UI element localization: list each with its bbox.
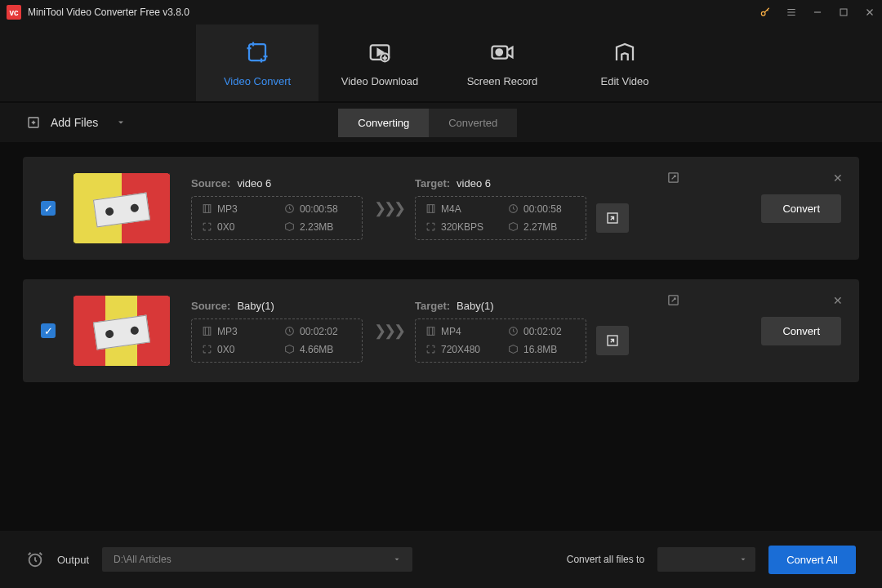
edit-icon[interactable]: [667, 172, 679, 184]
source-label: Source:: [191, 177, 230, 189]
clock-icon: [508, 326, 519, 336]
source-name: Baby(1): [237, 300, 274, 312]
add-files-button[interactable]: Add Files: [26, 115, 126, 130]
window-controls: [760, 7, 875, 18]
target-resolution: 320KBPS: [441, 221, 483, 233]
clock-icon: [508, 203, 519, 214]
resolution-icon: [202, 221, 212, 232]
source-details: MP3 00:00:58 0X0 2.23MB: [191, 196, 363, 240]
tab-video-convert[interactable]: Video Convert: [196, 24, 318, 101]
target-format: M4A: [441, 203, 461, 215]
sub-tabs: Converting Converted: [338, 109, 517, 137]
select-icon: [605, 211, 620, 225]
chevron-down-icon[interactable]: [116, 118, 126, 127]
svg-rect-2: [249, 44, 265, 60]
output-path-select[interactable]: D:\All Articles: [102, 547, 412, 572]
target-details: M4A 00:00:58 320KBPS 2.27MB: [415, 196, 586, 240]
toolbar: Add Files Converting Converted: [0, 103, 882, 142]
check-icon: ✓: [44, 325, 53, 337]
source-label: Source:: [191, 300, 230, 312]
svg-point-0: [761, 11, 765, 16]
tab-converting[interactable]: Converting: [338, 109, 429, 137]
footer: Output D:\All Articles Convert all files…: [0, 531, 882, 588]
tab-label: Video Convert: [224, 75, 291, 87]
convert-button[interactable]: Convert: [761, 317, 841, 345]
tab-screen-record[interactable]: Screen Record: [441, 24, 564, 101]
source-format: MP3: [217, 326, 238, 337]
arrow-icon: ❯❯❯: [374, 199, 403, 217]
source-header: Source: Baby(1): [191, 300, 363, 312]
file-checkbox[interactable]: ✓: [41, 323, 56, 338]
chevron-down-icon: [393, 555, 401, 564]
target-name: Baby(1): [457, 300, 494, 312]
main-tabs: Video Convert Video Download Screen Reco…: [0, 24, 882, 101]
edit-video-icon: [612, 39, 638, 65]
tab-edit-video[interactable]: Edit Video: [564, 24, 686, 101]
svg-rect-8: [203, 205, 211, 213]
size-icon: [284, 221, 295, 232]
target-size: 16.8MB: [523, 344, 557, 355]
resolution-icon: [425, 344, 436, 354]
source-size: 2.23MB: [300, 221, 333, 233]
target-name: video 6: [457, 177, 491, 189]
convert-button[interactable]: Convert: [761, 194, 841, 223]
tab-video-download[interactable]: Video Download: [318, 24, 441, 101]
menu-icon[interactable]: [786, 7, 797, 18]
format-icon: [425, 326, 436, 336]
add-files-label: Add Files: [51, 116, 98, 129]
file-thumbnail: [74, 173, 170, 243]
source-name: video 6: [237, 177, 271, 189]
format-icon: [202, 203, 212, 214]
remove-icon[interactable]: ✕: [833, 172, 843, 185]
tab-label: Edit Video: [600, 75, 648, 87]
size-icon: [284, 344, 295, 354]
target-header: Target: Baby(1): [415, 300, 629, 312]
minimize-icon[interactable]: [812, 7, 823, 18]
target-size: 2.27MB: [523, 221, 557, 233]
source-details: MP3 00:02:02 0X0 4.66MB: [191, 318, 363, 363]
edit-icon[interactable]: [667, 294, 679, 306]
resolution-icon: [202, 344, 212, 354]
convert-all-label: Convert all files to: [567, 554, 644, 565]
remove-icon[interactable]: ✕: [833, 294, 843, 307]
svg-rect-16: [427, 327, 434, 336]
tab-label: Screen Record: [467, 75, 538, 87]
titlebar: vc MiniTool Video Converter Free v3.8.0: [0, 0, 882, 24]
size-icon: [508, 221, 519, 232]
convert-all-button[interactable]: Convert All: [768, 546, 856, 574]
source-duration: 00:02:02: [300, 326, 338, 337]
check-icon: ✓: [44, 203, 53, 215]
file-checkbox[interactable]: ✓: [41, 201, 56, 216]
convert-all-format-select[interactable]: [657, 547, 755, 572]
key-icon[interactable]: [760, 7, 771, 18]
source-column: Source: video 6 MP3 00:00:58 0X0 2.23MB: [191, 177, 363, 240]
source-duration: 00:00:58: [300, 203, 338, 215]
output-label: Output: [57, 554, 89, 566]
target-format-button[interactable]: [596, 203, 629, 233]
select-icon: [605, 333, 620, 348]
app-title: MiniTool Video Converter Free v3.8.0: [28, 7, 760, 18]
app-logo: vc: [7, 5, 21, 20]
close-icon[interactable]: [864, 7, 875, 18]
maximize-icon[interactable]: [838, 7, 849, 18]
file-item: ✓ Source: Baby(1) MP3 00:02:02 0X0 4.66M…: [23, 279, 859, 382]
size-icon: [508, 344, 519, 354]
clock-icon: [284, 203, 295, 214]
target-column: Target: Baby(1) MP4 00:02:02 720X480 16.…: [415, 300, 629, 363]
tab-label: Video Download: [341, 75, 418, 87]
target-column: Target: video 6 M4A 00:00:58 320KBPS 2.2…: [415, 177, 629, 240]
target-details: MP4 00:02:02 720X480 16.8MB: [415, 318, 586, 363]
svg-point-6: [497, 49, 503, 56]
target-format: MP4: [441, 326, 461, 337]
tab-converted[interactable]: Converted: [429, 109, 517, 137]
download-icon: [367, 39, 393, 65]
resolution-icon: [425, 221, 436, 232]
file-list: ✓ Source: video 6 MP3 00:00:58 0X0 2.23M…: [0, 142, 882, 416]
schedule-icon[interactable]: [26, 550, 44, 568]
convert-icon: [244, 39, 270, 65]
clock-icon: [284, 326, 295, 336]
file-details: Source: Baby(1) MP3 00:02:02 0X0 4.66MB …: [191, 300, 761, 363]
target-label: Target:: [415, 300, 450, 312]
format-icon: [202, 326, 212, 336]
target-format-button[interactable]: [596, 326, 629, 355]
